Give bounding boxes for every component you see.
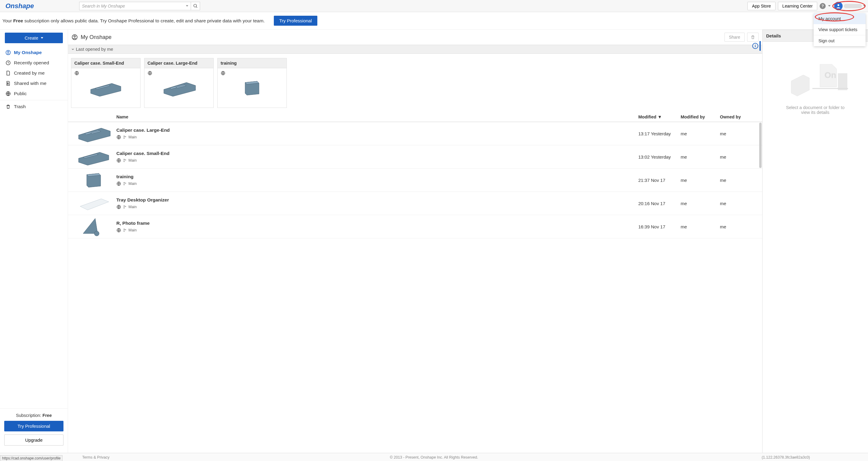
document-icon bbox=[5, 70, 11, 76]
globe-icon bbox=[116, 204, 121, 209]
branch-icon bbox=[123, 159, 127, 162]
col-modified[interactable]: Modified ▼ bbox=[638, 114, 681, 119]
card-title: Caliper case. Small-End bbox=[71, 58, 140, 68]
nav-my-onshape[interactable]: My Onshape bbox=[0, 47, 68, 58]
col-modified-by[interactable]: Modified by bbox=[681, 114, 720, 119]
globe-icon bbox=[74, 71, 79, 75]
footer-copyright: © 2013 - Present, Onshape Inc. All Right… bbox=[390, 455, 478, 460]
top-header: Onshape Search in My Onshape App Store L… bbox=[0, 0, 868, 12]
sidebar-try-professional-button[interactable]: Try Professional bbox=[4, 421, 63, 431]
table-row[interactable]: R, Photo frame Main 16:39 Nov 17 me me bbox=[68, 215, 762, 238]
banner-text: Your Free subscription only allows publi… bbox=[2, 18, 265, 24]
svg-rect-35 bbox=[838, 73, 847, 90]
details-panel: i Details ✕ On Select a document or fold… bbox=[762, 30, 868, 453]
branch-icon bbox=[123, 182, 127, 186]
search-button[interactable] bbox=[191, 2, 200, 10]
sidebar-upgrade-button[interactable]: Upgrade bbox=[4, 434, 63, 446]
app-store-button[interactable]: App Store bbox=[747, 2, 775, 10]
person-icon bbox=[5, 50, 11, 55]
globe-icon bbox=[116, 228, 121, 233]
table-row[interactable]: Caliper case. Large-End Main 13:17 Yeste… bbox=[68, 122, 762, 145]
document-card[interactable]: Caliper case. Small-End bbox=[71, 58, 141, 108]
svg-point-14 bbox=[124, 136, 125, 136]
info-icon[interactable]: i bbox=[752, 43, 758, 49]
document-thumbnail bbox=[71, 218, 116, 236]
chevron-down-icon bbox=[71, 47, 75, 51]
search-icon bbox=[193, 4, 198, 8]
chevron-down-icon bbox=[41, 37, 43, 39]
try-professional-button[interactable]: Try Professional bbox=[274, 16, 317, 26]
document-thumbnail bbox=[71, 125, 116, 142]
status-bar-url: https://cad.onshape.com/user/profile bbox=[0, 455, 63, 461]
svg-point-27 bbox=[124, 207, 125, 208]
sort-selector[interactable]: Last opened by me bbox=[68, 45, 762, 54]
svg-point-20 bbox=[125, 160, 126, 160]
col-name[interactable]: Name bbox=[116, 114, 638, 119]
document-name: Caliper case. Small-End bbox=[116, 151, 638, 156]
shared-icon bbox=[5, 81, 11, 86]
footer-terms-link[interactable]: Terms & Privacy bbox=[82, 455, 110, 460]
nav-shared-with-me[interactable]: Shared with me bbox=[0, 78, 68, 89]
modified-by: me bbox=[681, 154, 720, 160]
document-card[interactable]: Caliper case. Large-End bbox=[144, 58, 214, 108]
help-icon[interactable]: ? bbox=[819, 3, 826, 9]
svg-point-4 bbox=[7, 52, 9, 53]
subscription-label: Subscription: Free bbox=[4, 413, 63, 418]
details-title: Details bbox=[766, 33, 781, 38]
owned-by: me bbox=[720, 154, 759, 160]
learning-center-button[interactable]: Learning Center bbox=[778, 2, 817, 10]
chevron-down-icon[interactable] bbox=[186, 5, 188, 7]
table-row[interactable]: training Main 21:37 Nov 17 me me bbox=[68, 169, 762, 192]
onshape-logo[interactable]: Onshape bbox=[2, 2, 37, 10]
trash-icon bbox=[5, 104, 11, 109]
globe-icon bbox=[221, 71, 225, 75]
document-thumbnail bbox=[71, 171, 116, 189]
footer-version: (1.122.26378.3fc3ae82a3c0) bbox=[762, 455, 810, 460]
scrollbar[interactable] bbox=[759, 123, 762, 168]
modified-date: 13:02 Yesterday bbox=[638, 154, 681, 160]
branch-icon bbox=[123, 135, 127, 139]
share-button[interactable]: Share bbox=[724, 33, 745, 42]
svg-point-23 bbox=[124, 184, 125, 185]
document-name: Caliper case. Large-End bbox=[116, 128, 638, 133]
user-avatar[interactable] bbox=[834, 2, 843, 10]
nav-public[interactable]: Public bbox=[0, 89, 68, 99]
svg-point-0 bbox=[194, 4, 196, 7]
document-thumbnail bbox=[71, 148, 116, 166]
svg-text:On: On bbox=[825, 70, 836, 80]
col-owned-by[interactable]: Owned by bbox=[720, 114, 759, 119]
svg-point-26 bbox=[124, 205, 125, 206]
owned-by: me bbox=[720, 224, 759, 229]
owned-by: me bbox=[720, 131, 759, 136]
modified-date: 20:16 Nov 17 bbox=[638, 201, 681, 206]
modified-by: me bbox=[681, 178, 720, 183]
document-card[interactable]: training bbox=[217, 58, 287, 108]
svg-point-16 bbox=[125, 136, 126, 137]
modified-date: 16:39 Nov 17 bbox=[638, 224, 681, 229]
owned-by: me bbox=[720, 201, 759, 206]
subscription-banner: Your Free subscription only allows publi… bbox=[0, 12, 868, 30]
svg-point-19 bbox=[124, 161, 125, 162]
content-area: My Onshape Share Last opened by me Calip… bbox=[68, 30, 762, 453]
menu-my-account[interactable]: My account bbox=[814, 13, 866, 24]
trash-icon bbox=[750, 35, 755, 40]
document-thumbnail bbox=[220, 71, 284, 105]
create-button[interactable]: Create bbox=[5, 33, 63, 43]
search-input[interactable]: Search in My Onshape bbox=[79, 2, 191, 10]
user-dropdown-caret[interactable] bbox=[863, 5, 866, 7]
modified-date: 13:17 Yesterday bbox=[638, 131, 681, 136]
table-row[interactable]: Tray Desktop Organizer Main 20:16 Nov 17… bbox=[68, 192, 762, 215]
help-dropdown-caret[interactable] bbox=[828, 5, 831, 7]
nav-recently-opened[interactable]: Recently opened bbox=[0, 58, 68, 68]
branch-name: Main bbox=[128, 182, 136, 186]
svg-point-32 bbox=[124, 231, 125, 232]
svg-point-2 bbox=[837, 4, 839, 6]
document-name: Tray Desktop Organizer bbox=[116, 197, 638, 203]
svg-point-28 bbox=[125, 206, 126, 207]
nav-created-by-me[interactable]: Created by me bbox=[0, 68, 68, 78]
menu-sign-out[interactable]: Sign out bbox=[814, 35, 866, 46]
table-row[interactable]: Caliper case. Small-End Main 13:02 Yeste… bbox=[68, 145, 762, 169]
nav-trash[interactable]: Trash bbox=[0, 101, 68, 112]
menu-support-tickets[interactable]: View support tickets bbox=[814, 24, 866, 35]
delete-button[interactable] bbox=[747, 33, 758, 42]
